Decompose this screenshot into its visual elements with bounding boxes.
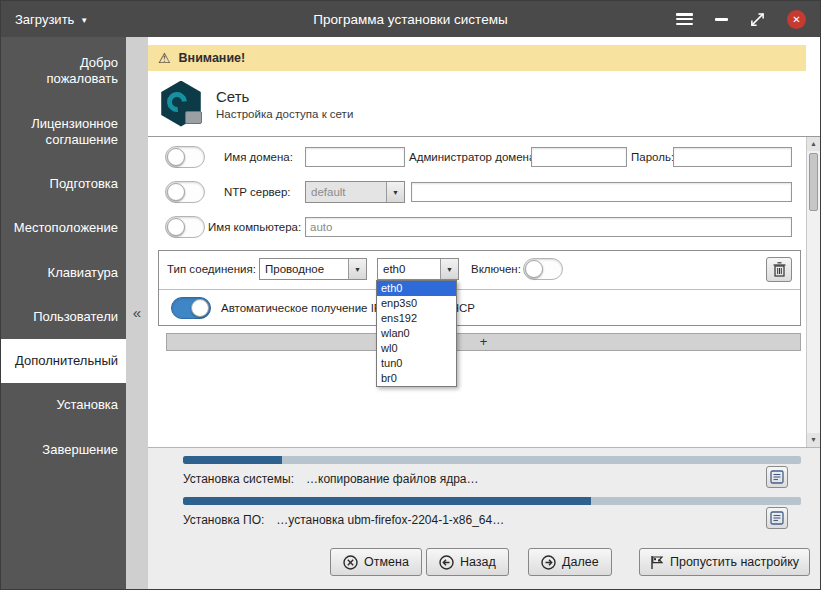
dhcp-toggle[interactable] — [171, 297, 211, 319]
interface-dropdown-list: eth0 enp3s0 ens192 wlan0 wl0 tun0 br0 — [376, 280, 457, 387]
sidebar-item-installation[interactable]: Установка — [1, 383, 126, 427]
sidebar-item-keyboard[interactable]: Клавиатура — [1, 251, 126, 295]
ntp-server-combo[interactable]: default ▼ — [305, 181, 405, 203]
interface-option-enp3s0[interactable]: enp3s0 — [377, 296, 456, 311]
app-body: Добро пожаловать Лицензионное соглашение… — [1, 37, 820, 589]
sidebar-item-location[interactable]: Местоположение — [1, 206, 126, 250]
software-progress-label: Установка ПО: — [183, 513, 264, 527]
warning-banner: ⚠ Внимание! — [148, 45, 806, 71]
skip-label: Пропустить настройку — [670, 555, 799, 569]
main-panel: ⚠ Внимание! Сеть Настройка доступа к сет… — [148, 37, 820, 589]
system-progress-label: Установка системы: — [183, 472, 294, 486]
domain-toggle[interactable] — [165, 146, 205, 168]
connection-type-label: Тип соединения: — [167, 258, 256, 280]
hostname-toggle[interactable] — [165, 216, 205, 238]
next-button[interactable]: Далее — [528, 548, 612, 576]
installer-window: Загрузить ▼ Программа установки системы … — [0, 0, 821, 590]
interface-option-wlan0[interactable]: wlan0 — [377, 326, 456, 341]
delete-connection-button[interactable] — [766, 257, 792, 282]
interface-option-ens192[interactable]: ens192 — [377, 311, 456, 326]
connection-group-box: Тип соединения: Проводное ▼ eth0 ▼ Включ… — [158, 250, 801, 326]
titlebar: Загрузить ▼ Программа установки системы … — [1, 1, 820, 37]
software-progress-row: Установка ПО: …установка ubm-firefox-220… — [183, 511, 504, 529]
combo-arrow-icon: ▼ — [440, 259, 458, 279]
connection-type-value: Проводное — [260, 259, 348, 279]
connection-type-combo[interactable]: Проводное ▼ — [259, 258, 367, 280]
sidebar-item-license[interactable]: Лицензионное соглашение — [1, 102, 126, 163]
footer-panel: Установка системы: …копирование файлов я… — [148, 447, 820, 589]
log-icon — [770, 470, 784, 484]
flag-icon — [650, 555, 664, 570]
interface-option-eth0[interactable]: eth0 — [377, 281, 456, 296]
combo-arrow-icon: ▼ — [386, 182, 404, 202]
cancel-button[interactable]: Отмена — [330, 548, 422, 576]
system-progress-status: …копирование файлов ядра… — [306, 472, 478, 486]
action-buttons-row: Отмена Назад Далее — [148, 548, 820, 578]
window-controls: ✕ — [676, 10, 820, 29]
sidebar-item-users[interactable]: Пользователи — [1, 295, 126, 339]
system-progress-row: Установка системы: …копирование файлов я… — [183, 470, 478, 488]
next-arrow-icon — [541, 555, 556, 570]
network-settings-form: Имя домена: Администратор домена: Пароль… — [148, 137, 820, 447]
close-button[interactable]: ✕ — [787, 10, 806, 29]
ntp-toggle[interactable] — [165, 181, 205, 203]
trash-icon — [773, 262, 786, 277]
hostname-input[interactable] — [305, 217, 792, 237]
interface-option-wl0[interactable]: wl0 — [377, 341, 456, 356]
software-log-button[interactable] — [766, 507, 788, 529]
domain-name-input[interactable] — [305, 147, 405, 167]
sidebar-item-additional[interactable]: Дополнительный — [1, 339, 126, 383]
sidebar-item-welcome[interactable]: Добро пожаловать — [1, 41, 126, 102]
ntp-server-label: NTP сервер: — [224, 181, 291, 203]
scroll-up-icon[interactable]: ▲ — [807, 137, 820, 151]
interface-combo[interactable]: eth0 ▼ — [377, 258, 459, 280]
back-label: Назад — [460, 555, 496, 569]
fullscreen-button[interactable] — [750, 12, 765, 27]
next-label: Далее — [562, 555, 599, 569]
interface-enabled-toggle[interactable] — [523, 258, 563, 280]
cancel-label: Отмена — [364, 555, 409, 569]
installer-logo — [158, 81, 204, 127]
page-subtitle: Настройка доступа к сети — [216, 108, 353, 120]
collapse-sidebar-icon[interactable]: « — [126, 304, 148, 321]
skip-setup-button[interactable]: Пропустить настройку — [639, 548, 810, 576]
software-progress-status: …установка ubm-firefox-2204-1-x86_64… — [276, 513, 504, 527]
warning-icon: ⚠ — [158, 50, 171, 66]
form-scrollbar[interactable]: ▲ ▼ — [806, 137, 820, 447]
combo-arrow-icon: ▼ — [348, 259, 366, 279]
domain-admin-label: Администратор домена: — [409, 146, 539, 168]
back-button[interactable]: Назад — [426, 548, 509, 576]
add-connection-button[interactable]: + — [166, 333, 801, 351]
load-menu-label: Загрузить — [15, 12, 74, 27]
hostname-label: Имя компьютера: — [208, 216, 301, 238]
domain-admin-input[interactable] — [531, 147, 627, 167]
section-header: Сеть Настройка доступа к сети — [148, 71, 820, 137]
interface-value: eth0 — [378, 259, 440, 279]
interface-option-br0[interactable]: br0 — [377, 371, 456, 386]
password-label: Пароль: — [631, 146, 674, 168]
interface-option-tun0[interactable]: tun0 — [377, 356, 456, 371]
log-icon — [770, 511, 784, 525]
system-log-button[interactable] — [766, 466, 788, 488]
back-arrow-icon — [439, 555, 454, 570]
section-titles: Сеть Настройка доступа к сети — [216, 88, 353, 120]
ntp-custom-input[interactable] — [411, 182, 792, 202]
sidebar-item-finish[interactable]: Завершение — [1, 428, 126, 472]
scroll-down-icon[interactable]: ▼ — [807, 433, 820, 447]
system-progress-bar — [183, 456, 801, 464]
domain-name-label: Имя домена: — [224, 146, 293, 168]
software-progress-bar — [183, 497, 801, 505]
ntp-server-value: default — [306, 182, 386, 202]
sidebar-item-preparation[interactable]: Подготовка — [1, 162, 126, 206]
caret-down-icon: ▼ — [80, 16, 88, 25]
load-menu-button[interactable]: Загрузить ▼ — [1, 1, 102, 37]
cancel-icon — [343, 555, 358, 570]
scrollbar-thumb[interactable] — [809, 153, 818, 211]
menu-icon[interactable] — [676, 13, 693, 25]
minimize-button[interactable] — [715, 18, 728, 21]
password-input[interactable] — [673, 147, 792, 167]
sidebar-steps: Добро пожаловать Лицензионное соглашение… — [1, 37, 126, 589]
page-title: Сеть — [216, 88, 353, 105]
sidebar-collapse-strip: « — [126, 37, 148, 589]
warning-text: Внимание! — [179, 51, 246, 65]
